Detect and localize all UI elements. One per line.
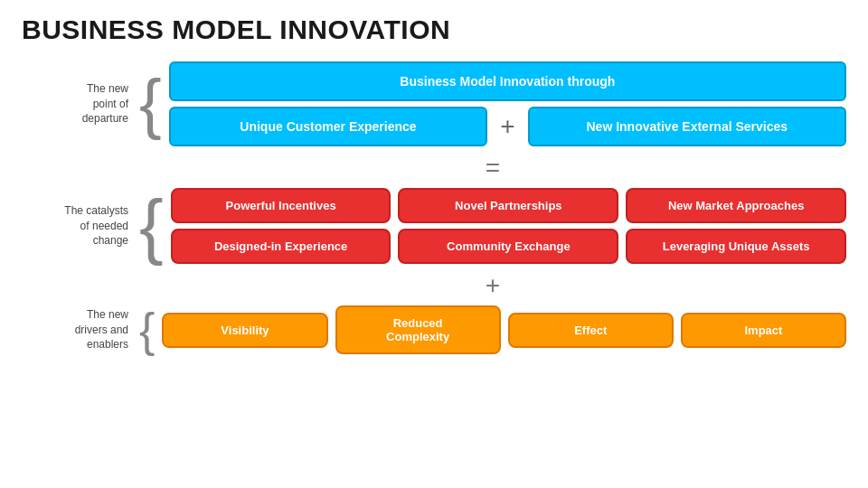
section2-row1-boxes: Powerful Incentives Novel Partnerships N… xyxy=(171,188,846,223)
bracket3: { xyxy=(139,310,155,350)
section3-label: The newdrivers andenablers xyxy=(22,307,139,352)
section2-boxes: Powerful Incentives Novel Partnerships N… xyxy=(171,188,846,264)
plus-symbol: + xyxy=(22,271,846,300)
box-new-innovative: New Innovative External Services xyxy=(528,107,846,146)
bracket1: { xyxy=(139,76,162,133)
box-reduced-complexity: Reduced Complexity xyxy=(335,305,501,354)
box-powerful-incentives: Powerful Incentives xyxy=(171,188,392,223)
bracket2: { xyxy=(139,196,164,256)
box-community-exchange: Community Exchange xyxy=(398,229,618,264)
section2-label: The catalystsof neededchange xyxy=(22,203,139,249)
section1-row1-boxes: Business Model Innovation through xyxy=(169,61,846,101)
box-visibility: Visibility xyxy=(162,313,327,348)
page-title: BUSINESS MODEL INNOVATION xyxy=(22,14,846,45)
box-leveraging: Leveraging Unique Assets xyxy=(626,229,846,264)
section1-row2-boxes: Unique Customer Experience + New Innovat… xyxy=(169,107,846,146)
plus-operator: + xyxy=(495,112,520,141)
main-content: The newpoint ofdeparture { Business Mode… xyxy=(22,61,846,360)
section1-label: The newpoint ofdeparture xyxy=(22,81,139,127)
box-effect: Effect xyxy=(508,313,674,348)
equals-symbol: = xyxy=(22,154,846,183)
box-impact: Impact xyxy=(681,313,846,348)
section1-boxes: Business Model Innovation through Unique… xyxy=(169,61,846,146)
box-new-market: New Market Approaches xyxy=(626,188,846,223)
box-unique-customer: Unique Customer Experience xyxy=(169,107,487,146)
box-bmi-through: Business Model Innovation through xyxy=(169,61,846,101)
section3-row: The newdrivers andenablers { Visibility … xyxy=(22,305,846,354)
section2-row2-boxes: Designed-in Experience Community Exchang… xyxy=(171,229,846,264)
box-designed-in: Designed-in Experience xyxy=(171,229,392,264)
section3-boxes: Visibility Reduced Complexity Effect Imp… xyxy=(162,305,846,354)
section1-row1: The newpoint ofdeparture { Business Mode… xyxy=(22,61,846,146)
section2-row: The catalystsof neededchange { Powerful … xyxy=(22,188,846,264)
box-novel-partnerships: Novel Partnerships xyxy=(398,188,618,223)
